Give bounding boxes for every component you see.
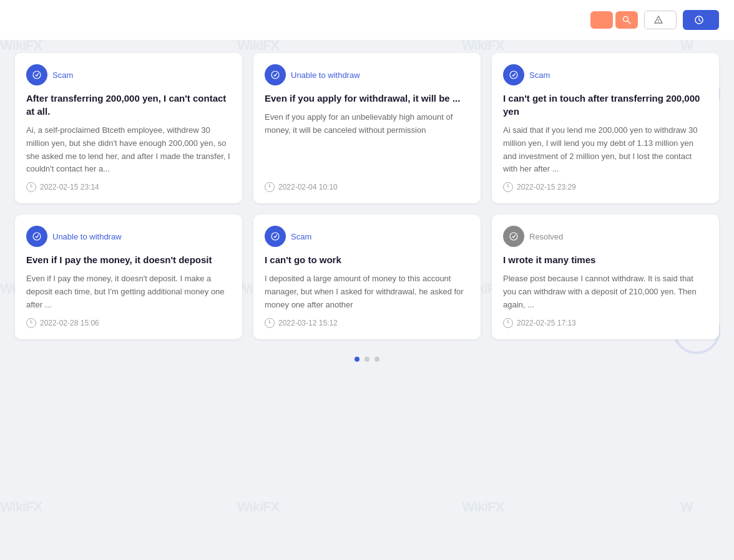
card-description: Ai said that if you lend me 200,000 yen … xyxy=(503,124,708,176)
ai-badges xyxy=(590,11,638,29)
pagination-dot[interactable] xyxy=(355,357,360,362)
card-date: 2022-02-15 23:14 xyxy=(26,182,231,192)
badge-label: Unable to withdraw xyxy=(291,70,360,80)
expose-button[interactable] xyxy=(683,10,719,30)
exposure-card[interactable]: Scam I can't go to work I deposited a la… xyxy=(253,215,481,339)
search-badge[interactable] xyxy=(615,11,638,29)
card-date: 2022-02-28 15:06 xyxy=(26,318,231,328)
warning-icon xyxy=(653,15,663,25)
exposure-card[interactable]: Scam I can't get in touch after transfer… xyxy=(492,53,719,203)
page-header xyxy=(0,0,734,41)
clock-icon xyxy=(265,318,275,328)
svg-point-7 xyxy=(658,22,658,22)
badge-icon xyxy=(26,64,47,85)
date-text: 2022-02-15 23:29 xyxy=(517,183,576,191)
card-description: Even if I pay the money, it doesn't depo… xyxy=(26,273,231,312)
date-text: 2022-03-12 15:12 xyxy=(278,319,338,327)
card-title: I can't go to work xyxy=(265,253,469,266)
date-text: 2022-02-04 10:10 xyxy=(278,183,338,191)
svg-point-4 xyxy=(624,17,629,22)
ai-badge[interactable] xyxy=(590,11,613,29)
badge-icon xyxy=(26,226,47,247)
svg-point-10 xyxy=(272,71,279,79)
exposure-card[interactable]: Resolved I wrote it many times Please po… xyxy=(492,215,719,339)
clock-icon xyxy=(265,182,275,192)
exposure-card[interactable]: Unable to withdraw Even if you apply for… xyxy=(253,53,481,203)
badge-label: Scam xyxy=(529,70,550,80)
exposure-card[interactable]: Scam After transferring 200,000 yen, I c… xyxy=(15,53,242,203)
date-text: 2022-02-25 17:13 xyxy=(517,319,576,327)
badge-label: Unable to withdraw xyxy=(52,232,122,241)
watermark-text: WikiFX xyxy=(237,499,279,515)
card-title: Even if you apply for withdrawal, it wil… xyxy=(265,92,469,105)
card-badge: Scam xyxy=(265,226,469,247)
card-description: Even if you apply for an unbelievably hi… xyxy=(265,111,469,176)
pagination xyxy=(0,352,734,372)
card-date: 2022-02-25 17:13 xyxy=(503,318,708,328)
card-title: I can't get in touch after transferring … xyxy=(503,92,708,118)
expose-icon xyxy=(694,15,704,25)
clock-icon xyxy=(503,182,513,192)
svg-point-11 xyxy=(510,71,517,79)
card-description: Please post because I cannot withdraw. I… xyxy=(503,273,708,312)
badge-label: Scam xyxy=(291,232,311,241)
badge-label: Resolved xyxy=(529,232,563,241)
card-title: After transferring 200,000 yen, I can't … xyxy=(26,92,231,118)
pagination-dot[interactable] xyxy=(365,357,369,362)
pagination-dot[interactable] xyxy=(374,357,379,362)
date-text: 2022-02-28 15:06 xyxy=(40,319,99,327)
card-badge: Unable to withdraw xyxy=(26,226,231,247)
card-badge: Scam xyxy=(503,64,708,85)
svg-point-13 xyxy=(272,233,279,240)
svg-point-14 xyxy=(510,233,517,240)
card-badge: Unable to withdraw xyxy=(265,64,469,85)
card-date: 2022-02-04 10:10 xyxy=(265,182,469,192)
header-right xyxy=(590,10,719,30)
badge-icon xyxy=(265,226,286,247)
badge-icon xyxy=(503,64,524,85)
watermark-text: W xyxy=(680,499,693,515)
exposure-card[interactable]: Unable to withdraw Even if I pay the mon… xyxy=(15,215,242,339)
search-icon xyxy=(622,15,632,25)
card-date: 2022-02-15 23:29 xyxy=(503,182,708,192)
watermark-text: WikiFX xyxy=(0,499,42,515)
badge-icon xyxy=(265,64,286,85)
clock-icon xyxy=(26,182,36,192)
card-grid: Scam After transferring 200,000 yen, I c… xyxy=(0,41,734,352)
watermark-text: WikiFX xyxy=(462,499,504,515)
card-badge: Scam xyxy=(26,64,231,85)
card-description: Ai, a self-proclaimed Btceth employee, w… xyxy=(26,124,231,176)
svg-line-5 xyxy=(628,21,630,24)
card-title: Even if I pay the money, it doesn't depo… xyxy=(26,253,231,266)
card-description: I deposited a large amount of money to t… xyxy=(265,273,469,312)
svg-point-9 xyxy=(33,71,41,79)
date-text: 2022-02-15 23:14 xyxy=(40,183,99,191)
clock-icon xyxy=(26,318,36,328)
svg-point-12 xyxy=(33,233,41,240)
badge-icon xyxy=(503,226,524,247)
card-date: 2022-03-12 15:12 xyxy=(265,318,469,328)
pyramid-complaint-button[interactable] xyxy=(644,11,677,29)
badge-label: Scam xyxy=(52,70,73,80)
card-badge: Resolved xyxy=(503,226,708,247)
clock-icon xyxy=(503,318,513,328)
card-title: I wrote it many times xyxy=(503,253,708,266)
